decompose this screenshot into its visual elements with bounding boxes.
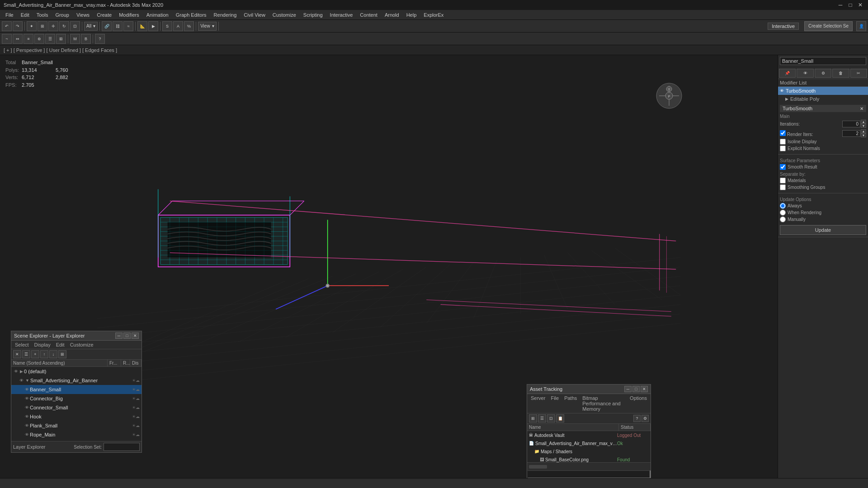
at-help-button[interactable]: ? <box>633 415 641 422</box>
modifier-editable-poly[interactable]: ▶ Editable Poly <box>778 95 868 103</box>
selection-set-input[interactable] <box>104 443 140 451</box>
redo-button[interactable]: ↷ <box>13 21 23 31</box>
menu-item-civil-view[interactable]: Civil View <box>240 11 269 19</box>
se-expand-button[interactable]: ⊞ <box>58 350 66 358</box>
explicit-normals-checkbox[interactable] <box>780 145 786 151</box>
menu-item-arnold[interactable]: Arnold <box>381 11 403 19</box>
render-setup-button[interactable]: 📐 <box>137 21 147 31</box>
render-iters-input[interactable] <box>842 130 860 137</box>
rotate-button[interactable]: ↻ <box>59 21 69 31</box>
scene-explorer-maximize[interactable]: □ <box>123 333 131 339</box>
se-menu-select[interactable]: Select <box>13 342 31 348</box>
undo-button[interactable]: ↶ <box>2 21 12 31</box>
material-editor-button[interactable]: M <box>70 34 80 44</box>
se-add-layer-button[interactable]: + <box>31 350 39 358</box>
select-object-button[interactable]: ✦ <box>27 21 37 31</box>
render-iters-down[interactable]: ▼ <box>861 133 866 137</box>
turbosmooth-eye-icon[interactable]: 👁 <box>780 89 784 93</box>
curve-editor-button[interactable]: ~ <box>2 34 12 44</box>
menu-item-file[interactable]: File <box>2 11 17 19</box>
menu-item-explorex[interactable]: ExplorEx <box>420 11 447 19</box>
smooth-result-checkbox[interactable] <box>780 164 786 170</box>
scene-explorer-close[interactable]: ✕ <box>132 333 139 339</box>
scene-item-eye-6[interactable]: 👁 <box>25 423 29 428</box>
layer-manager-button[interactable]: ☰ <box>45 34 55 44</box>
snap-angle-button[interactable]: A <box>173 21 183 31</box>
create-selection-button[interactable]: Create Selection Se <box>804 21 853 31</box>
sign-in-button[interactable]: 👤 <box>856 21 866 31</box>
move-button[interactable]: ✛ <box>48 21 58 31</box>
scene-item-1[interactable]: 👁▼Small_Advertising_Air_Banner☀☁ <box>11 376 142 385</box>
at-btn-4[interactable]: 📋 <box>556 414 564 422</box>
scene-item-eye-7[interactable]: 👁 <box>25 432 29 437</box>
close-button[interactable]: ✕ <box>856 1 864 9</box>
menu-item-rendering[interactable]: Rendering <box>210 11 241 19</box>
unlink-button[interactable]: ⛓ <box>113 21 123 31</box>
menu-item-interactive[interactable]: Interactive <box>326 11 357 19</box>
at-menu-paths[interactable]: Paths <box>562 395 579 412</box>
minimize-button[interactable]: ─ <box>836 1 844 9</box>
when-rendering-radio[interactable] <box>780 210 786 216</box>
at-item-2[interactable]: 📁Maps / Shaders <box>527 447 651 455</box>
menu-item-customize[interactable]: Customize <box>269 11 300 19</box>
se-layers-button[interactable]: ☰ <box>22 350 30 358</box>
bind-button[interactable]: ≈ <box>123 21 133 31</box>
at-item-3[interactable]: 🖼Small_BaseColor.pngFound <box>527 455 651 462</box>
render-iters-checkbox[interactable] <box>780 130 786 136</box>
at-menu-bitmap-performance-and-memory[interactable]: Bitmap Performance and Memory <box>580 395 626 412</box>
se-menu-edit[interactable]: Edit <box>54 342 66 348</box>
at-menu-file[interactable]: File <box>549 395 561 412</box>
menu-item-edit[interactable]: Edit <box>17 11 33 19</box>
scene-item-lock-1[interactable]: ▼ <box>25 378 29 383</box>
view-dropdown[interactable]: View ▾ <box>198 22 217 31</box>
link-button[interactable]: 🔗 <box>102 21 112 31</box>
render-iters-up[interactable]: ▲ <box>861 129 866 133</box>
align-button[interactable]: ≡ <box>24 34 33 44</box>
scene-item-5[interactable]: 👁Hook☀☁ <box>11 412 142 421</box>
at-btn-1[interactable]: ⊞ <box>529 414 537 422</box>
scene-item-eye-1[interactable]: 👁 <box>19 378 24 383</box>
at-item-1[interactable]: 📄Small_Advertising_Air_Banner_max_vray.m… <box>527 439 651 447</box>
ribbon-button[interactable]: ⊞ <box>56 34 66 44</box>
scene-item-6[interactable]: 👁Plank_Small☀☁ <box>11 421 142 430</box>
at-menu-options[interactable]: Options <box>628 395 649 412</box>
maximize-button[interactable]: □ <box>846 1 854 9</box>
update-button[interactable]: Update <box>780 225 866 235</box>
modifier-configure-button[interactable]: ⚙ <box>815 69 831 78</box>
at-settings-button[interactable]: ⚙ <box>642 415 649 422</box>
iterations-input[interactable] <box>842 121 860 127</box>
percent-snap-button[interactable]: % <box>184 21 194 31</box>
scene-item-eye-4[interactable]: 👁 <box>25 405 29 410</box>
asset-tracking-close[interactable]: ✕ <box>641 386 648 392</box>
material-browser-button[interactable]: B <box>81 34 91 44</box>
se-menu-display[interactable]: Display <box>33 342 52 348</box>
at-btn-2[interactable]: ☰ <box>538 414 546 422</box>
menu-item-help[interactable]: Help <box>403 11 420 19</box>
scene-item-2[interactable]: 👁Banner_Small☀☁ <box>11 385 142 394</box>
iterations-up[interactable]: ▲ <box>861 120 866 124</box>
iterations-down[interactable]: ▼ <box>861 124 866 128</box>
scene-item-eye-5[interactable]: 👁 <box>25 414 29 419</box>
all-dropdown[interactable]: All ▾ <box>84 22 98 31</box>
hierarchy-button[interactable]: ⊛ <box>34 34 44 44</box>
at-menu-server[interactable]: Server <box>529 395 547 412</box>
scene-item-eye-3[interactable]: 👁 <box>25 396 29 401</box>
modifier-pin-button[interactable]: 📌 <box>779 69 796 78</box>
scene-item-eye-2[interactable]: 👁 <box>25 387 29 392</box>
se-filter-button[interactable]: ✕ <box>13 350 21 358</box>
asset-tracking-minimize[interactable]: ─ <box>624 386 632 392</box>
always-radio[interactable] <box>780 203 786 209</box>
help-button[interactable]: ? <box>95 34 105 44</box>
manually-radio[interactable] <box>780 216 786 222</box>
scene-item-lock-0[interactable]: ▶ <box>20 369 23 374</box>
asset-tracking-scrollbar[interactable] <box>527 462 651 470</box>
scene-item-3[interactable]: 👁Connector_Big☀☁ <box>11 394 142 403</box>
se-move-down-button[interactable]: ↓ <box>49 350 57 358</box>
modifier-turbosmooth[interactable]: 👁 TurboSmooth <box>778 87 868 95</box>
select-region-button[interactable]: ⊞ <box>38 21 47 31</box>
menu-item-group[interactable]: Group <box>52 11 73 19</box>
se-move-up-button[interactable]: ↑ <box>40 350 48 358</box>
se-menu-customize[interactable]: Customize <box>68 342 95 348</box>
at-btn-3[interactable]: ⊡ <box>547 414 555 422</box>
render-button[interactable]: ▶ <box>148 21 158 31</box>
